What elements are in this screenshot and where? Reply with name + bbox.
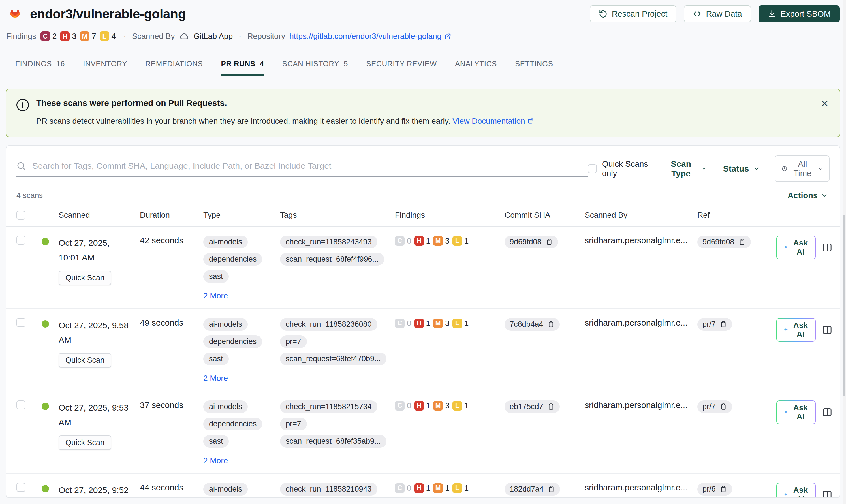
ask-ai-button[interactable]: Ask AI xyxy=(776,400,816,424)
time-range-dropdown[interactable]: All Time xyxy=(775,156,830,182)
copy-icon[interactable] xyxy=(547,485,555,493)
tab-inventory[interactable]: INVENTORY xyxy=(83,59,127,76)
actions-dropdown[interactable]: Actions xyxy=(786,191,830,200)
more-types-link[interactable]: 2 More xyxy=(203,291,228,301)
tab-analytics[interactable]: ANALYTICS xyxy=(455,59,497,76)
external-link-icon xyxy=(444,33,452,40)
open-side-panel-button[interactable] xyxy=(821,407,833,418)
side-panel-icon xyxy=(821,242,833,253)
ask-ai-button[interactable]: Ask AI xyxy=(776,318,816,342)
ref-pill[interactable]: pr/7 xyxy=(697,318,732,331)
repository-link[interactable]: https://gitlab.com/endor3/vulnerable-gol… xyxy=(289,32,452,41)
column-header-tags: Tags xyxy=(280,211,395,220)
view-documentation-link[interactable]: View Documentation xyxy=(452,116,534,125)
copy-icon[interactable] xyxy=(720,321,727,328)
banner-body-text: PR scans detect vulnerabilities in your … xyxy=(36,116,450,125)
ref-cell: 9d69fd08 xyxy=(697,236,776,248)
ref-pill[interactable]: pr/7 xyxy=(697,400,732,413)
severity-count-value: 1 xyxy=(445,484,450,493)
more-types-link[interactable]: 2 More xyxy=(203,456,228,465)
severity-badge-m-icon: M xyxy=(80,32,89,41)
severity-badge-m-icon: M xyxy=(433,483,443,493)
ask-ai-label: Ask AI xyxy=(792,321,809,339)
open-side-panel-button[interactable] xyxy=(821,489,833,498)
open-side-panel-button[interactable] xyxy=(821,324,833,336)
ref-pill[interactable]: 9d69fd08 xyxy=(697,236,751,248)
tab-pr-runs[interactable]: PR RUNS4 xyxy=(221,59,264,76)
ask-ai-inner: Ask AI xyxy=(777,401,815,424)
severity-count-m: M7 xyxy=(80,32,98,41)
severity-badge-c-icon: C xyxy=(395,319,404,328)
open-side-panel-button[interactable] xyxy=(821,242,833,253)
severity-count-l: L4 xyxy=(100,32,118,41)
chevron-down-icon xyxy=(753,165,760,172)
severity-count-m: M3 xyxy=(433,401,451,411)
quick-scans-only-toggle[interactable]: Quick Scans only xyxy=(588,159,650,178)
copy-icon[interactable] xyxy=(738,238,746,246)
commit-sha-pill[interactable]: 9d69fd08 xyxy=(505,236,558,248)
quick-scans-checkbox[interactable] xyxy=(588,164,597,173)
copy-icon[interactable] xyxy=(547,403,555,410)
tab-findings[interactable]: FINDINGS16 xyxy=(15,59,65,76)
severity-count-l: L1 xyxy=(452,236,471,246)
tab-remediations[interactable]: REMEDIATIONS xyxy=(145,59,203,76)
select-all-checkbox[interactable] xyxy=(16,211,25,220)
banner-close-button[interactable]: × xyxy=(819,96,830,110)
type-pill: ai-models xyxy=(203,483,248,496)
copy-icon[interactable] xyxy=(547,321,555,328)
copy-icon[interactable] xyxy=(720,485,727,493)
row-checkbox[interactable] xyxy=(16,236,25,245)
severity-count-value: 1 xyxy=(426,401,431,410)
page-scrollbar[interactable] xyxy=(843,0,846,504)
chevron-down-icon xyxy=(818,165,823,172)
ref-pill[interactable]: pr/6 xyxy=(697,483,732,496)
tab-settings[interactable]: SETTINGS xyxy=(515,59,553,76)
severity-count-value: 2 xyxy=(52,32,57,41)
tag-pill: scan_request=68fef470b9... xyxy=(280,353,386,365)
side-panel-icon xyxy=(821,489,833,498)
tab-scan-history[interactable]: SCAN HISTORY5 xyxy=(282,59,348,76)
search-input[interactable] xyxy=(32,161,588,171)
refresh-icon xyxy=(599,10,607,18)
raw-data-button[interactable]: Raw Data xyxy=(684,5,751,22)
copy-icon[interactable] xyxy=(720,403,727,410)
rescan-project-button[interactable]: Rescan Project xyxy=(590,5,677,22)
banner-title: These scans were performed on Pull Reque… xyxy=(36,98,534,108)
pr-runs-card: Quick Scans only Scan Type Status All Ti… xyxy=(6,145,840,498)
ask-ai-label: Ask AI xyxy=(792,486,809,498)
commit-sha-value: 182dd7a4 xyxy=(510,485,544,493)
status-label: Status xyxy=(723,164,749,174)
severity-count-value: 3 xyxy=(445,236,450,246)
severity-count-value: 1 xyxy=(426,484,431,493)
quick-scan-badge: Quick Scan xyxy=(59,353,111,367)
scan-type-dropdown[interactable]: Scan Type xyxy=(663,159,708,179)
quick-scans-label: Quick Scans only xyxy=(602,159,650,178)
scrollbar-thumb[interactable] xyxy=(843,215,845,396)
tags-cell: check_run=11858215734pr=7scan_request=68… xyxy=(280,400,395,448)
scan-count: 4 scans xyxy=(16,191,43,200)
scan-status-dot xyxy=(42,320,49,328)
severity-count-value: 0 xyxy=(407,236,411,246)
scanned-cell: Oct 27, 2025, 9:53 AMQuick Scan xyxy=(59,400,140,450)
row-checkbox[interactable] xyxy=(16,400,25,410)
commit-sha-pill[interactable]: 7c8db4a4 xyxy=(505,318,560,331)
table-body: Oct 27, 2025, 10:01 AMQuick Scan42 secon… xyxy=(6,227,840,498)
findings-cell: C0H1M3L1 xyxy=(395,400,505,411)
commit-sha-pill[interactable]: 182dd7a4 xyxy=(505,483,560,496)
severity-count-c: C0 xyxy=(395,401,413,411)
more-types-link[interactable]: 2 More xyxy=(203,374,228,383)
rescan-project-label: Rescan Project xyxy=(612,10,668,19)
row-checkbox[interactable] xyxy=(16,318,25,327)
status-dropdown[interactable]: Status xyxy=(721,164,762,174)
copy-icon[interactable] xyxy=(545,238,553,246)
scan-status-dot xyxy=(42,238,49,245)
scanned-timestamp: Oct 27, 2025, 9:52 AM xyxy=(59,483,131,498)
ask-ai-button[interactable]: Ask AI xyxy=(776,236,816,259)
export-sbom-button[interactable]: Export SBOM xyxy=(758,5,840,22)
tab-security-review[interactable]: SECURITY REVIEW xyxy=(366,59,437,76)
row-checkbox[interactable] xyxy=(16,483,25,492)
severity-count-m: M3 xyxy=(433,319,451,328)
severity-count-value: 3 xyxy=(72,32,76,41)
commit-sha-pill[interactable]: eb175cd7 xyxy=(505,400,560,413)
ask-ai-button[interactable]: Ask AI xyxy=(776,483,816,498)
